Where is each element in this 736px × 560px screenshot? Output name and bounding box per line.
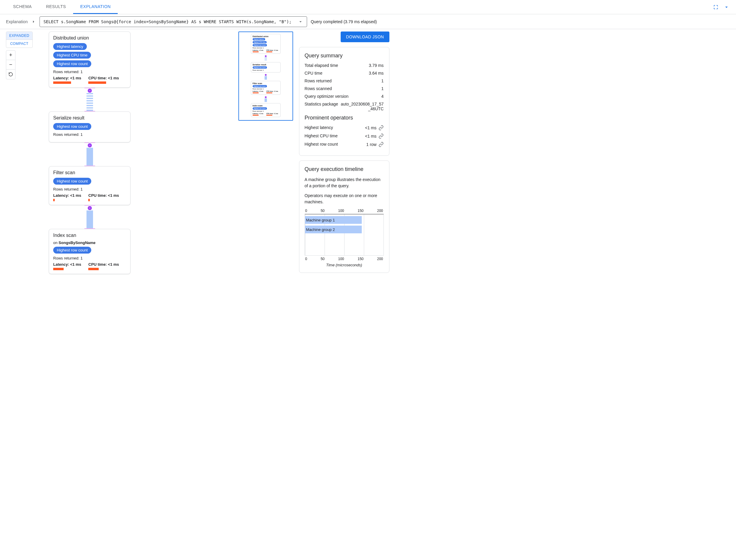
node-cpu: CPU time: <1 ms xyxy=(88,193,119,198)
node-title: Filter scan xyxy=(53,170,126,175)
summary-row: Query optimizer version4 xyxy=(305,94,384,99)
expand-edge-icon[interactable] xyxy=(87,205,92,211)
summary-value: 3.64 ms xyxy=(369,71,384,75)
summary-row: CPU time3.64 ms xyxy=(305,71,384,75)
breadcrumb-row: Explanation SELECT s.SongName FROM Songs… xyxy=(0,14,736,29)
zoom-out-button[interactable]: − xyxy=(6,60,15,70)
prominent-key: Highest CPU time xyxy=(305,133,338,138)
summary-key: CPU time xyxy=(305,71,323,75)
timeline-card: Query execution timeline A machine group… xyxy=(299,161,389,273)
chevron-down-icon[interactable] xyxy=(723,4,730,11)
prominent-key: Highest row count xyxy=(305,142,338,147)
expand-edge-icon[interactable] xyxy=(87,143,92,148)
minimap[interactable]: Distributed unionHighest latencyHighest … xyxy=(238,32,293,121)
plan-edge xyxy=(36,142,143,166)
tick-label: 50 xyxy=(321,257,325,261)
summary-key: Total elapsed time xyxy=(305,63,338,68)
minimap-node: Distributed unionHighest latencyHighest … xyxy=(251,34,281,54)
timeline-desc1: A machine group illustrates the executio… xyxy=(305,177,384,189)
dropdown-icon[interactable] xyxy=(298,19,303,24)
query-summary-card: Query summary Total elapsed time3.79 msC… xyxy=(299,47,389,156)
node-chip: Highest row count xyxy=(53,123,91,130)
tab-results[interactable]: RESULTS xyxy=(39,0,73,14)
link-icon[interactable] xyxy=(378,133,384,139)
node-latency: Latency: <1 ms xyxy=(53,262,81,267)
tick-label: 100 xyxy=(338,257,344,261)
minimap-col: Distributed unionHighest latencyHighest … xyxy=(238,32,293,121)
latency-bar xyxy=(53,268,64,270)
tabs: SCHEMA RESULTS EXPLANATION xyxy=(6,0,118,14)
latency-bar xyxy=(53,199,55,201)
summary-value: auto_20230608_17_57_46UTC xyxy=(339,102,384,111)
breadcrumb-label: Explanation xyxy=(6,19,28,24)
prominent-heading: Prominent operators xyxy=(305,115,384,121)
zoom-in-button[interactable]: + xyxy=(6,51,15,60)
summary-value: 3.79 ms xyxy=(369,63,384,68)
summary-value: 1 xyxy=(381,78,384,83)
timeline-heading: Query execution timeline xyxy=(305,166,384,172)
chevron-right-icon xyxy=(31,19,36,24)
latency-bar xyxy=(53,81,71,84)
node-subtitle: on SongsBySongName xyxy=(53,240,126,245)
summary-key: Rows returned xyxy=(305,78,332,83)
main: EXPANDED COMPACT + − Distributed unionHi… xyxy=(0,29,736,280)
prominent-row: Highest latency<1 ms xyxy=(305,125,384,130)
tick-label: 50 xyxy=(321,209,325,213)
view-compact[interactable]: COMPACT xyxy=(6,40,32,48)
timeline-desc2: Operators may execute on one or more mac… xyxy=(305,193,384,205)
summary-row: Total elapsed time3.79 ms xyxy=(305,63,384,68)
link-icon[interactable] xyxy=(378,125,384,130)
plan-graph[interactable]: Distributed unionHighest latencyHighest … xyxy=(36,32,143,274)
prominent-value[interactable]: <1 ms xyxy=(365,125,384,130)
plan-edge xyxy=(36,205,143,229)
view-controls: EXPANDED COMPACT + − xyxy=(6,32,33,79)
summary-key: Statistics package xyxy=(305,102,338,106)
tick-label: 200 xyxy=(377,209,383,213)
cpu-bar xyxy=(88,199,90,201)
plan-node[interactable]: Distributed unionHighest latencyHighest … xyxy=(49,32,130,88)
plan-edge xyxy=(36,88,143,111)
query-text: SELECT s.SongName FROM Songs@{force_inde… xyxy=(43,19,298,24)
fullscreen-icon[interactable] xyxy=(712,4,719,11)
expand-edge-icon[interactable] xyxy=(87,88,92,93)
tab-explanation[interactable]: EXPLANATION xyxy=(73,0,118,14)
node-rows: Rows returned: 1 xyxy=(53,70,126,74)
download-json-button[interactable]: DOWNLOAD JSON xyxy=(341,32,389,42)
summary-row: Rows scanned1 xyxy=(305,86,384,91)
minimap-node: Index scanHighest row countRows returned… xyxy=(251,103,281,117)
link-icon[interactable] xyxy=(378,142,384,147)
node-latency: Latency: <1 ms xyxy=(53,193,81,198)
tick-label: 0 xyxy=(305,257,307,261)
prominent-value[interactable]: 1 row xyxy=(366,142,383,147)
node-cpu: CPU time: <1 ms xyxy=(88,262,119,267)
node-rows: Rows returned: 1 xyxy=(53,187,126,191)
summary-value: 4 xyxy=(381,94,384,99)
node-chip: Highest row count xyxy=(53,247,91,254)
tick-label: 150 xyxy=(358,257,364,261)
timeline-bar[interactable]: Machine group 2 xyxy=(305,226,362,233)
timeline-chart: 050100150200 Machine group 1Machine grou… xyxy=(305,209,384,267)
view-expanded[interactable]: EXPANDED xyxy=(6,32,32,40)
tick-label: 100 xyxy=(338,209,344,213)
zoom-controls: + − xyxy=(6,50,15,79)
tick-label: 200 xyxy=(377,257,383,261)
timeline-xlabel: Time (microseconds) xyxy=(305,263,384,267)
plan-node[interactable]: Serialize resultHighest row countRows re… xyxy=(49,111,130,142)
query-summary-heading: Query summary xyxy=(305,53,384,59)
summary-key: Query optimizer version xyxy=(305,94,349,99)
prominent-value[interactable]: <1 ms xyxy=(365,133,384,139)
timeline-bar[interactable]: Machine group 1 xyxy=(305,216,362,224)
tab-schema[interactable]: SCHEMA xyxy=(6,0,39,14)
zoom-reset-button[interactable] xyxy=(6,70,15,79)
plan-node[interactable]: Index scanon SongsBySongNameHighest row … xyxy=(49,229,130,274)
cpu-bar xyxy=(88,268,99,270)
query-select[interactable]: SELECT s.SongName FROM Songs@{force_inde… xyxy=(40,16,307,27)
node-rows: Rows returned: 1 xyxy=(53,256,126,260)
tick-label: 0 xyxy=(305,209,307,213)
cpu-bar xyxy=(88,81,106,84)
plan-node[interactable]: Filter scanHighest row countRows returne… xyxy=(49,166,130,205)
node-title: Serialize result xyxy=(53,115,126,121)
prominent-row: Highest row count1 row xyxy=(305,142,384,147)
node-chip: Highest CPU time xyxy=(53,52,91,59)
node-latency: Latency: <1 ms xyxy=(53,76,81,80)
